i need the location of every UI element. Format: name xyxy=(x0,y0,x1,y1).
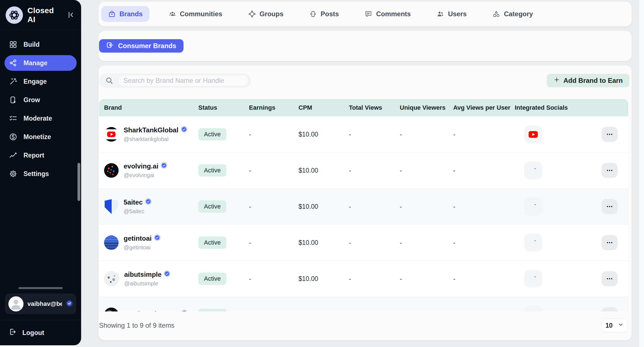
brand-cell: SharkTankGlobal @sharktankglobal xyxy=(104,126,198,142)
brand-handle: @getintoai xyxy=(124,244,160,251)
brand-meta: getintoai @getintoai xyxy=(124,235,160,251)
tab-brands[interactable]: Brands xyxy=(101,6,149,22)
sidebar-item-monetize[interactable]: Monetize xyxy=(4,129,77,145)
closed-ai-logo-icon xyxy=(6,6,23,24)
table-footer: Showing 1 to 9 of 9 items 10 xyxy=(98,311,632,332)
row-actions-button[interactable] xyxy=(601,163,618,178)
tab-label: Posts xyxy=(321,10,339,18)
cpm-value: $10.00 xyxy=(299,131,349,138)
social-chip[interactable] xyxy=(524,306,542,311)
socials-cell xyxy=(515,125,601,143)
consumer-brands-button[interactable]: Consumer Brands xyxy=(99,39,184,53)
brand-name: matthew_berman xyxy=(124,310,179,312)
tab-posts[interactable]: Posts xyxy=(302,6,345,22)
sidebar-item-build[interactable]: Build xyxy=(4,37,77,52)
unique-viewers-value: - xyxy=(400,275,453,283)
brand-cell: matthew_berman xyxy=(104,308,198,311)
sidebar-item-label: Engage xyxy=(23,78,47,85)
sidebar-item-report[interactable]: Report xyxy=(4,147,77,163)
logout-button[interactable]: Logout xyxy=(5,320,76,340)
network-icon xyxy=(248,10,256,18)
page-size-select[interactable]: 10 xyxy=(601,319,628,332)
status-cell: Active xyxy=(198,273,249,285)
brand-cell: getintoai @getintoai xyxy=(104,235,198,251)
verified-badge-icon xyxy=(181,126,187,134)
user-email: vaibhav@begenu... xyxy=(27,300,62,308)
social-chip[interactable] xyxy=(524,270,542,288)
verified-badge-icon xyxy=(161,162,167,170)
social-chip[interactable] xyxy=(524,198,542,215)
col-header-avg-views: Avg Views per User xyxy=(453,104,515,111)
gear-icon xyxy=(9,170,17,178)
add-brand-button[interactable]: Add Brand to Earn xyxy=(547,74,629,87)
table-row[interactable]: evolving.ai @evolvingai Active - $10.00 … xyxy=(99,153,628,189)
row-actions-button[interactable] xyxy=(601,199,618,214)
sidebar-item-engage[interactable]: Engage xyxy=(4,74,77,89)
sidebar-item-manage[interactable]: Manage xyxy=(4,55,77,71)
brand-handle: @5aitec xyxy=(124,208,151,215)
sidebar-nav: Build Manage Engage xyxy=(0,30,81,182)
sidebar-item-grow[interactable]: Grow xyxy=(4,92,77,108)
social-chip[interactable] xyxy=(524,234,542,252)
social-chip[interactable] xyxy=(524,161,542,179)
row-actions-button[interactable] xyxy=(601,307,618,311)
filter-bar: Consumer Brands xyxy=(98,31,632,61)
table-row[interactable]: getintoai @getintoai Active - $10.00 - -… xyxy=(99,225,628,261)
total-views-value: - xyxy=(349,239,400,247)
brand-name: getintoai xyxy=(124,235,152,242)
brand-meta: SharkTankGlobal @sharktankglobal xyxy=(124,126,187,142)
tab-category[interactable]: Category xyxy=(486,6,540,22)
cpm-value: $10.00 xyxy=(299,311,349,312)
logout-label: Logout xyxy=(22,329,44,337)
sidebar-item-moderate[interactable]: Moderate xyxy=(4,111,77,126)
social-chip[interactable] xyxy=(524,125,542,143)
page-scrollbar[interactable] xyxy=(639,0,644,347)
ellipsis-icon xyxy=(606,131,613,138)
sidebar-scrollbar-thumb[interactable] xyxy=(77,163,80,201)
brand-avatar xyxy=(104,308,119,311)
brands-panel: Add Brand to Earn Brand Status Earnings … xyxy=(98,65,632,340)
status-cell: Active xyxy=(198,236,249,249)
row-actions-button[interactable] xyxy=(601,235,618,250)
toolbar: Add Brand to Earn xyxy=(98,65,632,88)
row-actions-button[interactable] xyxy=(601,271,618,286)
unique-viewers-value: - xyxy=(400,167,453,174)
sidebar-item-label: Report xyxy=(23,152,44,159)
status-cell: Active xyxy=(198,200,249,213)
search-input[interactable] xyxy=(123,76,244,85)
status-cell: Active xyxy=(198,309,249,311)
table-row[interactable]: aibutsimple @aibutsimple Active - $10.00… xyxy=(99,261,628,297)
tab-label: Groups xyxy=(260,10,283,18)
col-header-status: Status xyxy=(198,104,249,111)
unique-viewers-value: - xyxy=(400,203,453,210)
table-row[interactable]: matthew_berman Active $10.00 xyxy=(99,297,628,311)
grid-icon xyxy=(9,40,17,49)
brand-name: aibutsimple xyxy=(124,271,161,278)
tab-communities[interactable]: Communities xyxy=(162,6,229,22)
sidebar-collapse-button[interactable] xyxy=(65,10,76,21)
table-body: SharkTankGlobal @sharktankglobal Active … xyxy=(99,116,628,311)
logout-icon xyxy=(8,328,16,337)
unique-viewers-value: - xyxy=(400,239,453,247)
user-card[interactable]: vaibhav@begenu... xyxy=(5,294,76,314)
actions-cell xyxy=(601,163,628,178)
cpm-value: $10.00 xyxy=(299,203,349,210)
col-header-integrated-socials: Integrated Socials xyxy=(515,104,601,111)
tab-comments[interactable]: Comments xyxy=(358,6,417,22)
comment-icon xyxy=(365,10,372,18)
row-actions-button[interactable] xyxy=(601,127,618,142)
brand-enter-icon xyxy=(106,41,114,51)
ellipsis-icon xyxy=(606,167,613,174)
col-header-earnings: Earnings xyxy=(249,104,299,111)
search-bar[interactable] xyxy=(99,73,251,88)
sidebar-header: Closed AI xyxy=(0,0,81,30)
table-row[interactable]: SharkTankGlobal @sharktankglobal Active … xyxy=(99,116,628,153)
table-row[interactable]: 5aitec @5aitec Active - $10.00 - - - xyxy=(99,189,628,225)
tab-groups[interactable]: Groups xyxy=(241,6,290,22)
socials-cell xyxy=(515,234,601,252)
tab-users[interactable]: Users xyxy=(430,6,473,22)
sidebar-item-settings[interactable]: Settings xyxy=(4,166,77,182)
brand-avatar xyxy=(104,127,119,142)
earnings-value: - xyxy=(249,203,299,210)
avg-views-value: - xyxy=(453,203,515,210)
